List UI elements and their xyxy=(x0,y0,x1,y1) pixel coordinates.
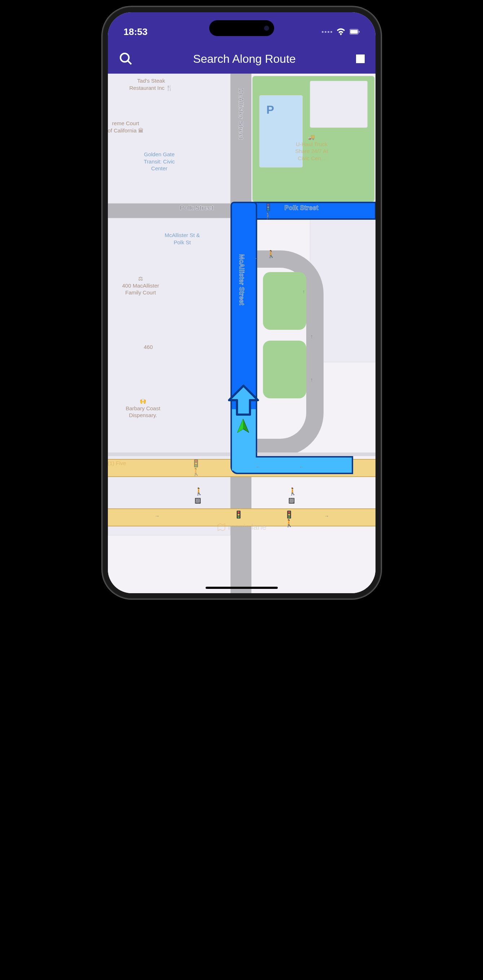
stop-button[interactable] xyxy=(356,54,365,63)
map-block xyxy=(310,81,367,128)
traffic-light-icon: 🚦🚶 xyxy=(192,459,200,468)
direction-arrow-icon: ← xyxy=(254,256,259,261)
map-watermark: magic lane xyxy=(216,522,266,532)
poi-label: McAllister St &Polk St xyxy=(165,232,200,246)
direction-arrow-icon: ← xyxy=(299,464,304,470)
direction-arrow-icon: ↑ xyxy=(311,377,313,382)
poi-label: ⚖400 MacAllisterFamily Court xyxy=(122,275,159,296)
poi-label: 460 xyxy=(144,344,153,351)
poi-label: Tad's SteakRestaurant Inc 🍴 xyxy=(130,77,173,91)
svg-line-4 xyxy=(128,60,131,64)
phone-frame: 18:53 Search Along Route xyxy=(103,7,381,598)
park-patch xyxy=(263,340,306,398)
street-label: Polk Street xyxy=(180,204,214,212)
direction-arrow-icon: ← xyxy=(256,464,261,470)
cellular-icon xyxy=(322,31,332,33)
app-header: Search Along Route xyxy=(108,44,375,73)
pedestrian-icon: 🚶 xyxy=(267,250,275,258)
wifi-icon xyxy=(336,28,346,35)
page-title: Search Along Route xyxy=(133,52,356,66)
traffic-light-icon: 🚦 xyxy=(234,510,243,519)
poi-label: reme Courtof California 🏛 xyxy=(108,120,143,134)
direction-arrow-icon: ↑ xyxy=(303,289,305,294)
direction-arrow-icon: → xyxy=(155,513,160,519)
map-block xyxy=(108,218,230,536)
phone-screen: 18:53 Search Along Route xyxy=(108,12,375,593)
battery-icon xyxy=(350,28,360,35)
svg-rect-1 xyxy=(350,30,357,34)
map-canvas[interactable]: P Tad's SteakRestaurant Inc 🍴 reme Court… xyxy=(108,73,375,593)
map-block xyxy=(108,73,230,204)
street-label: Polk Street xyxy=(284,204,318,212)
poi-label: (1) Five xyxy=(108,460,126,467)
location-marker-icon xyxy=(235,418,251,434)
search-icon[interactable] xyxy=(119,52,133,66)
street-label: McAllister Street xyxy=(237,88,245,139)
poi-label: 🙌Barbary CoastDispensary. xyxy=(126,398,160,419)
status-time: 18:53 xyxy=(124,19,148,38)
crosswalk-icon: 🚶▨ xyxy=(194,487,203,496)
direction-arrow-icon: ↑ xyxy=(311,333,313,339)
poi-label: Golden GateTransit: CivicCenter xyxy=(144,151,175,172)
park-patch xyxy=(263,272,306,330)
dynamic-island xyxy=(209,20,274,36)
traffic-light-icon: 🚦🚶 xyxy=(284,510,293,519)
crosswalk-icon: 🚶▨ xyxy=(288,487,297,496)
poi-label: 🚚U-Haul TruckShare 24/7 AtCivic Cen... xyxy=(296,134,328,162)
home-indicator[interactable] xyxy=(206,587,278,589)
svg-point-3 xyxy=(121,53,129,62)
svg-rect-2 xyxy=(359,31,360,32)
turn-arrow-icon xyxy=(226,384,262,420)
traffic-light-icon: 🚦🚶 xyxy=(264,203,272,212)
parking-icon: P xyxy=(267,103,274,116)
direction-arrow-icon: → xyxy=(324,513,329,519)
direction-arrow-icon: ← xyxy=(254,449,259,455)
street-label: McAllister Street xyxy=(238,254,245,305)
